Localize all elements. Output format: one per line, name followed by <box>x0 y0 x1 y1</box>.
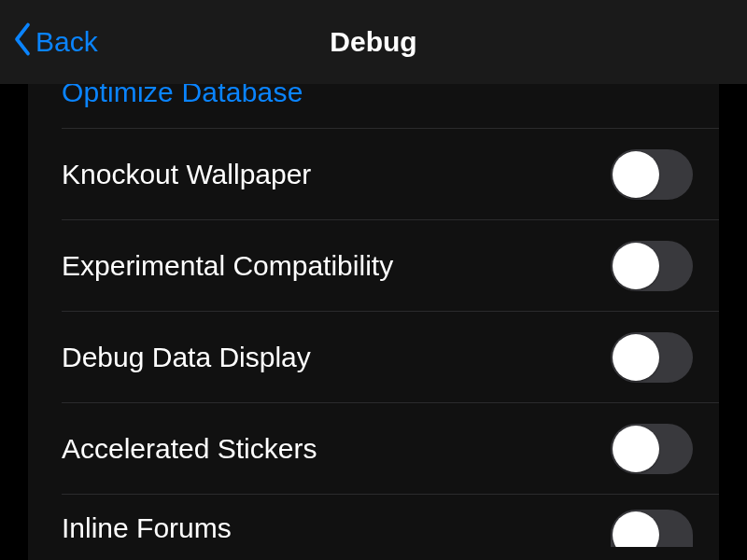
toggle-inline-forums[interactable] <box>611 510 693 547</box>
row-label: Knockout Wallpaper <box>62 159 311 190</box>
settings-list-container: Optimize Database Knockout Wallpaper Exp… <box>28 84 719 560</box>
settings-list[interactable]: Optimize Database Knockout Wallpaper Exp… <box>28 84 719 560</box>
back-label: Back <box>35 26 98 58</box>
row-label: Inline Forums <box>62 512 232 544</box>
row-knockout-wallpaper: Knockout Wallpaper <box>62 129 719 220</box>
toggle-knob <box>613 151 659 198</box>
row-label: Accelerated Stickers <box>62 433 317 465</box>
chevron-left-icon <box>11 21 34 63</box>
page-title: Debug <box>330 26 416 58</box>
toggle-knob <box>613 243 659 289</box>
back-button[interactable]: Back <box>11 21 98 63</box>
row-experimental-compatibility: Experimental Compatibility <box>62 220 719 312</box>
toggle-knob <box>613 511 659 547</box>
row-debug-data-display: Debug Data Display <box>62 312 719 403</box>
row-label: Experimental Compatibility <box>62 250 393 282</box>
navbar: Back Debug <box>0 0 747 84</box>
toggle-knob <box>613 334 659 381</box>
row-inline-forums: Inline Forums <box>62 495 719 560</box>
debug-settings-screen: Back Debug Optimize Database Knockout Wa… <box>0 0 747 560</box>
row-accelerated-stickers: Accelerated Stickers <box>62 403 719 495</box>
toggle-knob <box>613 426 659 472</box>
toggle-experimental-compatibility[interactable] <box>611 241 693 291</box>
toggle-accelerated-stickers[interactable] <box>611 424 693 474</box>
toggle-debug-data-display[interactable] <box>611 332 693 383</box>
row-label: Debug Data Display <box>62 342 311 373</box>
optimize-database-link[interactable]: Optimize Database <box>62 84 303 106</box>
row-optimize-database[interactable]: Optimize Database <box>62 84 719 129</box>
toggle-knockout-wallpaper[interactable] <box>611 149 693 200</box>
